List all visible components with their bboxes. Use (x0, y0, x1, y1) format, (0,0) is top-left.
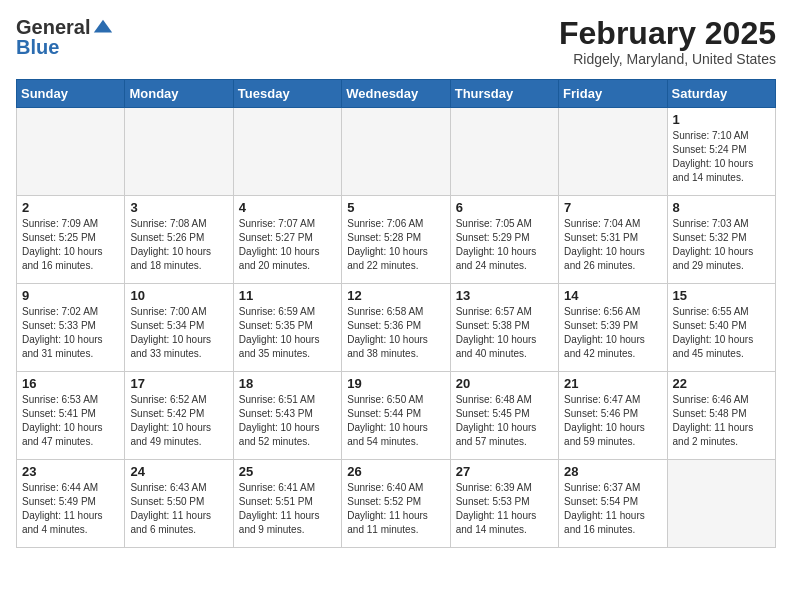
day-number: 13 (456, 288, 553, 303)
calendar-day: 15Sunrise: 6:55 AM Sunset: 5:40 PM Dayli… (667, 284, 775, 372)
day-info: Sunrise: 6:48 AM Sunset: 5:45 PM Dayligh… (456, 393, 553, 449)
day-number: 14 (564, 288, 661, 303)
day-number: 16 (22, 376, 119, 391)
day-info: Sunrise: 6:43 AM Sunset: 5:50 PM Dayligh… (130, 481, 227, 537)
calendar-day: 12Sunrise: 6:58 AM Sunset: 5:36 PM Dayli… (342, 284, 450, 372)
day-info: Sunrise: 7:05 AM Sunset: 5:29 PM Dayligh… (456, 217, 553, 273)
day-info: Sunrise: 7:08 AM Sunset: 5:26 PM Dayligh… (130, 217, 227, 273)
day-number: 8 (673, 200, 770, 215)
calendar-day: 20Sunrise: 6:48 AM Sunset: 5:45 PM Dayli… (450, 372, 558, 460)
logo-blue-text: Blue (16, 36, 59, 58)
day-info: Sunrise: 6:58 AM Sunset: 5:36 PM Dayligh… (347, 305, 444, 361)
logo-general-text: General (16, 17, 90, 37)
calendar-day: 8Sunrise: 7:03 AM Sunset: 5:32 PM Daylig… (667, 196, 775, 284)
day-info: Sunrise: 7:06 AM Sunset: 5:28 PM Dayligh… (347, 217, 444, 273)
calendar-day: 19Sunrise: 6:50 AM Sunset: 5:44 PM Dayli… (342, 372, 450, 460)
day-number: 4 (239, 200, 336, 215)
logo: General Blue (16, 16, 114, 59)
svg-marker-0 (94, 20, 112, 33)
calendar-day (17, 108, 125, 196)
calendar-header-row: SundayMondayTuesdayWednesdayThursdayFrid… (17, 80, 776, 108)
day-number: 18 (239, 376, 336, 391)
day-info: Sunrise: 6:53 AM Sunset: 5:41 PM Dayligh… (22, 393, 119, 449)
calendar-day: 2Sunrise: 7:09 AM Sunset: 5:25 PM Daylig… (17, 196, 125, 284)
calendar-day: 21Sunrise: 6:47 AM Sunset: 5:46 PM Dayli… (559, 372, 667, 460)
day-number: 10 (130, 288, 227, 303)
calendar-day: 1Sunrise: 7:10 AM Sunset: 5:24 PM Daylig… (667, 108, 775, 196)
calendar-day (125, 108, 233, 196)
day-number: 24 (130, 464, 227, 479)
calendar-day: 16Sunrise: 6:53 AM Sunset: 5:41 PM Dayli… (17, 372, 125, 460)
day-number: 25 (239, 464, 336, 479)
day-number: 27 (456, 464, 553, 479)
day-number: 15 (673, 288, 770, 303)
day-number: 26 (347, 464, 444, 479)
calendar-day: 23Sunrise: 6:44 AM Sunset: 5:49 PM Dayli… (17, 460, 125, 548)
day-info: Sunrise: 6:55 AM Sunset: 5:40 PM Dayligh… (673, 305, 770, 361)
calendar-week-5: 23Sunrise: 6:44 AM Sunset: 5:49 PM Dayli… (17, 460, 776, 548)
calendar-header-tuesday: Tuesday (233, 80, 341, 108)
day-info: Sunrise: 6:41 AM Sunset: 5:51 PM Dayligh… (239, 481, 336, 537)
calendar-day: 11Sunrise: 6:59 AM Sunset: 5:35 PM Dayli… (233, 284, 341, 372)
calendar-header-thursday: Thursday (450, 80, 558, 108)
day-info: Sunrise: 6:50 AM Sunset: 5:44 PM Dayligh… (347, 393, 444, 449)
day-number: 3 (130, 200, 227, 215)
calendar-day (450, 108, 558, 196)
calendar-day: 3Sunrise: 7:08 AM Sunset: 5:26 PM Daylig… (125, 196, 233, 284)
day-info: Sunrise: 7:03 AM Sunset: 5:32 PM Dayligh… (673, 217, 770, 273)
calendar-day: 10Sunrise: 7:00 AM Sunset: 5:34 PM Dayli… (125, 284, 233, 372)
day-info: Sunrise: 6:40 AM Sunset: 5:52 PM Dayligh… (347, 481, 444, 537)
calendar-header-sunday: Sunday (17, 80, 125, 108)
day-info: Sunrise: 7:02 AM Sunset: 5:33 PM Dayligh… (22, 305, 119, 361)
calendar-week-3: 9Sunrise: 7:02 AM Sunset: 5:33 PM Daylig… (17, 284, 776, 372)
day-info: Sunrise: 6:46 AM Sunset: 5:48 PM Dayligh… (673, 393, 770, 449)
location-subtitle: Ridgely, Maryland, United States (559, 51, 776, 67)
calendar-day: 24Sunrise: 6:43 AM Sunset: 5:50 PM Dayli… (125, 460, 233, 548)
day-number: 12 (347, 288, 444, 303)
day-info: Sunrise: 6:51 AM Sunset: 5:43 PM Dayligh… (239, 393, 336, 449)
logo-icon (92, 16, 114, 38)
calendar-week-2: 2Sunrise: 7:09 AM Sunset: 5:25 PM Daylig… (17, 196, 776, 284)
day-number: 11 (239, 288, 336, 303)
page-header: General Blue February 2025 Ridgely, Mary… (16, 16, 776, 67)
day-info: Sunrise: 6:44 AM Sunset: 5:49 PM Dayligh… (22, 481, 119, 537)
day-info: Sunrise: 6:56 AM Sunset: 5:39 PM Dayligh… (564, 305, 661, 361)
calendar-day (342, 108, 450, 196)
day-number: 2 (22, 200, 119, 215)
calendar-day: 9Sunrise: 7:02 AM Sunset: 5:33 PM Daylig… (17, 284, 125, 372)
calendar-header-wednesday: Wednesday (342, 80, 450, 108)
day-number: 23 (22, 464, 119, 479)
day-info: Sunrise: 7:00 AM Sunset: 5:34 PM Dayligh… (130, 305, 227, 361)
calendar-day: 7Sunrise: 7:04 AM Sunset: 5:31 PM Daylig… (559, 196, 667, 284)
calendar-week-4: 16Sunrise: 6:53 AM Sunset: 5:41 PM Dayli… (17, 372, 776, 460)
day-number: 19 (347, 376, 444, 391)
calendar-day: 18Sunrise: 6:51 AM Sunset: 5:43 PM Dayli… (233, 372, 341, 460)
title-block: February 2025 Ridgely, Maryland, United … (559, 16, 776, 67)
day-info: Sunrise: 7:07 AM Sunset: 5:27 PM Dayligh… (239, 217, 336, 273)
day-number: 7 (564, 200, 661, 215)
day-number: 6 (456, 200, 553, 215)
day-number: 28 (564, 464, 661, 479)
calendar-day: 6Sunrise: 7:05 AM Sunset: 5:29 PM Daylig… (450, 196, 558, 284)
day-number: 20 (456, 376, 553, 391)
day-number: 22 (673, 376, 770, 391)
day-info: Sunrise: 6:57 AM Sunset: 5:38 PM Dayligh… (456, 305, 553, 361)
day-info: Sunrise: 6:52 AM Sunset: 5:42 PM Dayligh… (130, 393, 227, 449)
month-title: February 2025 (559, 16, 776, 51)
calendar-header-saturday: Saturday (667, 80, 775, 108)
day-info: Sunrise: 7:04 AM Sunset: 5:31 PM Dayligh… (564, 217, 661, 273)
calendar-day (233, 108, 341, 196)
day-number: 9 (22, 288, 119, 303)
day-number: 17 (130, 376, 227, 391)
day-info: Sunrise: 6:39 AM Sunset: 5:53 PM Dayligh… (456, 481, 553, 537)
calendar-day (667, 460, 775, 548)
day-info: Sunrise: 7:09 AM Sunset: 5:25 PM Dayligh… (22, 217, 119, 273)
calendar-week-1: 1Sunrise: 7:10 AM Sunset: 5:24 PM Daylig… (17, 108, 776, 196)
calendar-day: 5Sunrise: 7:06 AM Sunset: 5:28 PM Daylig… (342, 196, 450, 284)
calendar-day: 22Sunrise: 6:46 AM Sunset: 5:48 PM Dayli… (667, 372, 775, 460)
day-info: Sunrise: 6:59 AM Sunset: 5:35 PM Dayligh… (239, 305, 336, 361)
day-number: 5 (347, 200, 444, 215)
calendar-day: 13Sunrise: 6:57 AM Sunset: 5:38 PM Dayli… (450, 284, 558, 372)
calendar-table: SundayMondayTuesdayWednesdayThursdayFrid… (16, 79, 776, 548)
day-info: Sunrise: 6:47 AM Sunset: 5:46 PM Dayligh… (564, 393, 661, 449)
